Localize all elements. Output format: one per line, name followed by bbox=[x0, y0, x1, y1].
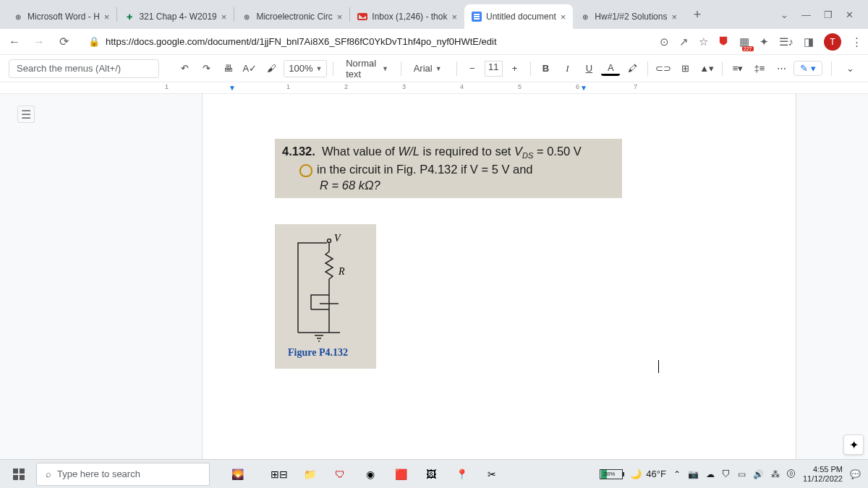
tab-close-icon[interactable]: × bbox=[561, 12, 566, 22]
task-view-button[interactable]: ⊞⊟ bbox=[265, 463, 294, 486]
notifications-icon[interactable]: 💬 bbox=[850, 469, 861, 479]
shield-icon[interactable]: ⛊ bbox=[718, 35, 729, 48]
separator bbox=[647, 61, 648, 76]
tab-close-icon[interactable]: × bbox=[671, 12, 677, 22]
spellcheck-button[interactable]: A✓ bbox=[240, 59, 259, 78]
tab-0[interactable]: ⊕Microsoft Word - H× bbox=[6, 4, 116, 29]
document-area: ☰ 4.132. What value of W/L is required t… bbox=[0, 94, 868, 459]
left-gutter: ☰ bbox=[0, 94, 43, 459]
menu-search-input[interactable]: Search the menus (Alt+/) bbox=[9, 59, 159, 78]
more-button[interactable]: ⋯ bbox=[772, 59, 791, 78]
ruler-tick: 7 bbox=[634, 83, 637, 90]
align-button[interactable]: ≡▾ bbox=[728, 59, 747, 78]
extension-badge-icon[interactable]: ▦ bbox=[739, 35, 749, 48]
font-size-input[interactable]: 11 bbox=[485, 61, 503, 77]
url-text: https://docs.google.com/document/d/1jjFN… bbox=[106, 36, 497, 47]
tab-5[interactable]: ⊕Hw#1/#2 Solutions× bbox=[573, 4, 684, 29]
chevron-down-icon[interactable]: ⌄ bbox=[780, 9, 788, 20]
minimize-icon[interactable]: — bbox=[801, 9, 811, 20]
app-icon[interactable]: 📍 bbox=[447, 463, 476, 486]
docs-icon bbox=[472, 12, 482, 22]
app-icon[interactable]: 🖼 bbox=[417, 463, 446, 486]
camera-icon[interactable]: 📷 bbox=[688, 469, 699, 479]
file-explorer-icon[interactable]: 📁 bbox=[295, 463, 324, 486]
reading-list-icon[interactable]: ☰♪ bbox=[779, 35, 794, 48]
font-select[interactable]: Arial▼ bbox=[407, 59, 451, 78]
start-button[interactable] bbox=[3, 463, 35, 486]
tab-close-icon[interactable]: × bbox=[451, 12, 457, 22]
editing-mode-button[interactable]: ✎▾ bbox=[793, 61, 822, 76]
taskbar-search-input[interactable]: ⌕Type here to search bbox=[36, 463, 210, 486]
problem-image[interactable]: 4.132. What value of W/L is required to … bbox=[275, 139, 622, 198]
highlight-button[interactable]: 🖍 bbox=[623, 59, 642, 78]
document-page[interactable]: 4.132. What value of W/L is required to … bbox=[203, 94, 796, 459]
battery-indicator[interactable]: 28% bbox=[600, 469, 623, 479]
tab-title: Microelectronic Circ bbox=[256, 12, 332, 22]
line-spacing-button[interactable]: ‡≡ bbox=[750, 59, 769, 78]
undo-button[interactable]: ↶ bbox=[175, 59, 194, 78]
forward-button[interactable]: → bbox=[30, 33, 48, 51]
tab-2[interactable]: ⊕Microelectronic Circ× bbox=[234, 4, 349, 29]
tab-3[interactable]: Inbox (1,246) - thok× bbox=[350, 4, 464, 29]
security-icon[interactable]: ⛉ bbox=[722, 469, 731, 479]
separator bbox=[530, 61, 531, 76]
right-indent-marker-icon[interactable]: ▼ bbox=[580, 84, 587, 92]
decrease-font-button[interactable]: − bbox=[463, 59, 482, 78]
snip-icon[interactable]: ✂ bbox=[477, 463, 506, 486]
clock[interactable]: 4:55 PM11/12/2022 bbox=[803, 465, 843, 483]
address-bar[interactable]: 🔒 https://docs.google.com/document/d/1jj… bbox=[80, 32, 652, 52]
paint-format-button[interactable]: 🖌 bbox=[262, 59, 281, 78]
battery-tray-icon[interactable]: ▭ bbox=[738, 469, 746, 479]
increase-font-button[interactable]: + bbox=[506, 59, 524, 78]
weather-tray[interactable]: 🌙46°F bbox=[630, 468, 666, 479]
italic-button[interactable]: I bbox=[558, 59, 576, 78]
collapse-toolbar-button[interactable]: ⌄ bbox=[841, 59, 859, 78]
chrome-icon[interactable]: ◉ bbox=[356, 463, 385, 486]
mcafee-icon[interactable]: 🛡 bbox=[326, 463, 354, 486]
search-placeholder: Type here to search bbox=[57, 468, 140, 479]
weather-widget[interactable]: 🌄 bbox=[211, 463, 263, 486]
profile-avatar[interactable]: T bbox=[824, 33, 841, 51]
wifi-icon[interactable]: ⁂ bbox=[771, 469, 780, 479]
explore-button[interactable]: ✦ bbox=[843, 435, 864, 455]
tab-1[interactable]: ✚321 Chap 4- W2019× bbox=[117, 4, 234, 29]
back-button[interactable]: ← bbox=[6, 33, 23, 51]
bold-button[interactable]: B bbox=[536, 59, 555, 78]
app-icon[interactable]: 🟥 bbox=[386, 463, 415, 486]
side-panel-icon[interactable]: ◨ bbox=[804, 35, 814, 48]
kebab-menu-icon[interactable]: ⋮ bbox=[851, 35, 862, 48]
keyboard-icon[interactable]: 🄋 bbox=[787, 469, 796, 479]
maximize-icon[interactable]: ❐ bbox=[824, 9, 833, 20]
chevron-up-icon[interactable]: ⌃ bbox=[673, 469, 681, 479]
volume-icon[interactable]: 🔊 bbox=[753, 469, 764, 479]
search-icon[interactable]: ⊙ bbox=[660, 35, 669, 48]
image-button[interactable]: ▲▾ bbox=[697, 59, 716, 78]
onedrive-icon[interactable]: ☁ bbox=[706, 469, 715, 479]
outline-toggle-button[interactable]: ☰ bbox=[17, 106, 35, 123]
new-tab-button[interactable]: + bbox=[687, 4, 707, 25]
figure-image[interactable]: V R Figure P4.132 bbox=[275, 224, 376, 369]
share-icon[interactable]: ↗ bbox=[679, 35, 689, 48]
indent-marker-icon[interactable]: ▼ bbox=[229, 84, 236, 92]
puzzle-icon[interactable]: ✦ bbox=[760, 35, 769, 48]
print-button[interactable]: 🖶 bbox=[218, 59, 237, 78]
zoom-select[interactable]: 100%▼ bbox=[284, 60, 327, 77]
ruler-tick: 4 bbox=[460, 83, 464, 90]
tab-close-icon[interactable]: × bbox=[337, 12, 343, 22]
redo-button[interactable]: ↷ bbox=[197, 59, 216, 78]
reload-button[interactable]: ⟳ bbox=[55, 33, 72, 51]
underline-button[interactable]: U bbox=[579, 59, 598, 78]
comment-button[interactable]: ⊞ bbox=[676, 59, 694, 78]
tab-close-icon[interactable]: × bbox=[221, 12, 227, 22]
moon-icon: 🌙 bbox=[630, 468, 642, 479]
star-icon[interactable]: ☆ bbox=[699, 35, 708, 48]
zoom-value: 100% bbox=[289, 63, 312, 74]
problem-text: V bbox=[514, 145, 522, 158]
text-color-button[interactable]: A bbox=[601, 61, 620, 76]
close-window-icon[interactable]: ✕ bbox=[846, 9, 854, 20]
problem-subscript: DS bbox=[522, 151, 533, 160]
tab-close-icon[interactable]: × bbox=[104, 12, 110, 22]
paragraph-style-select[interactable]: Normal text▼ bbox=[339, 59, 395, 78]
tab-4-active[interactable]: Untitled document× bbox=[464, 4, 573, 29]
link-button[interactable]: ⊂⊃ bbox=[654, 59, 673, 78]
